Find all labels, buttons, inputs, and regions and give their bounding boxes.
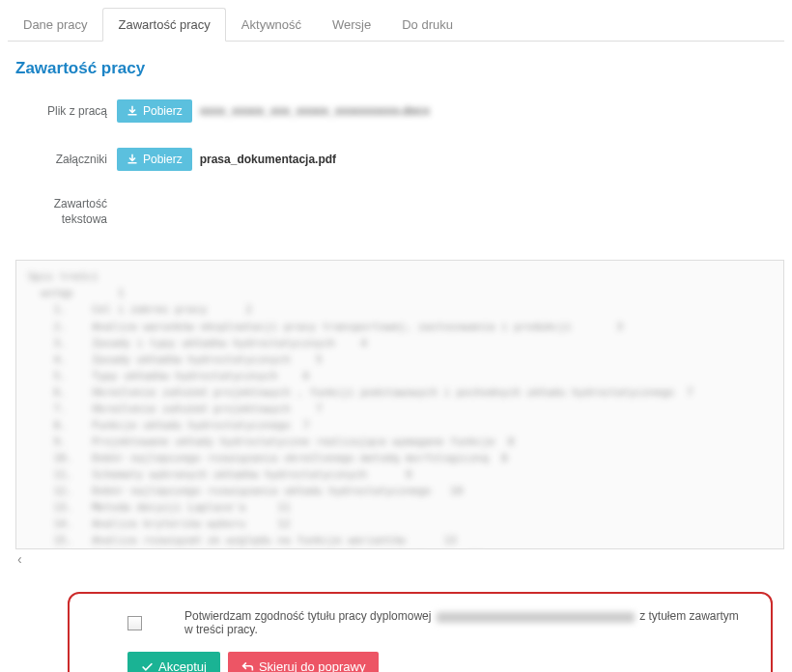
return-icon xyxy=(241,660,254,672)
tab-dane-pracy[interactable]: Dane pracy xyxy=(8,8,102,41)
download-label: Pobierz xyxy=(143,104,183,118)
row-text-content: Zawartość tekstowa xyxy=(15,196,784,227)
attachment-file-name: prasa_dokumentacja.pdf xyxy=(200,153,336,166)
tab-zawartosc-pracy[interactable]: Zawartość pracy xyxy=(102,8,225,42)
download-main-file-button[interactable]: Pobierz xyxy=(117,99,192,123)
tab-bar: Dane pracy Zawartość pracy Aktywność Wer… xyxy=(8,8,784,42)
tab-do-druku[interactable]: Do druku xyxy=(386,8,468,41)
confirm-text: Potwierdzam zgodność tytułu pracy dyplom… xyxy=(184,609,750,636)
tab-aktywnosc[interactable]: Aktywność xyxy=(226,8,317,41)
confirm-text-before: Potwierdzam zgodność tytułu pracy dyplom… xyxy=(184,609,431,623)
main-file-name: xxxx_xxxxx_xxx_xxxxx_xxxxxxxxxx.docx xyxy=(200,104,430,118)
reject-button[interactable]: Skieruj do poprawy xyxy=(228,652,380,672)
accept-button[interactable]: Akceptuj xyxy=(127,652,220,672)
blurred-text-preview: Spis treści wstęp 1 1. Cel i zakres prac… xyxy=(28,268,772,549)
accept-label: Akceptuj xyxy=(158,659,207,672)
action-buttons: Akceptuj Skieruj do poprawy xyxy=(127,652,750,672)
label-text-content: Zawartość tekstowa xyxy=(15,196,107,227)
download-attachment-button[interactable]: Pobierz xyxy=(117,148,192,171)
reject-label: Skieruj do poprawy xyxy=(259,659,366,672)
tab-wersje[interactable]: Wersje xyxy=(317,8,386,41)
section-title: Zawartość pracy xyxy=(15,59,784,78)
thesis-title-redacted xyxy=(437,612,635,623)
label-file: Plik z pracą xyxy=(15,103,107,119)
content-area: Zawartość pracy Plik z pracą Pobierz xxx… xyxy=(0,42,792,260)
row-file: Plik z pracą Pobierz xxxx_xxxxx_xxx_xxxx… xyxy=(15,99,784,123)
confirm-checkbox[interactable] xyxy=(127,616,142,630)
check-icon xyxy=(141,660,154,672)
scroll-left-indicator[interactable]: ‹ xyxy=(0,549,792,573)
download-label: Pobierz xyxy=(143,153,183,166)
confirm-panel: Potwierdzam zgodność tytułu pracy dyplom… xyxy=(68,592,773,672)
download-icon xyxy=(127,154,138,165)
download-icon xyxy=(127,105,138,117)
label-attachments: Załączniki xyxy=(15,152,107,167)
confirm-row: Potwierdzam zgodność tytułu pracy dyplom… xyxy=(91,609,750,636)
row-attachments: Załączniki Pobierz prasa_dokumentacja.pd… xyxy=(15,148,784,171)
text-content-preview[interactable]: Spis treści wstęp 1 1. Cel i zakres prac… xyxy=(15,260,784,549)
